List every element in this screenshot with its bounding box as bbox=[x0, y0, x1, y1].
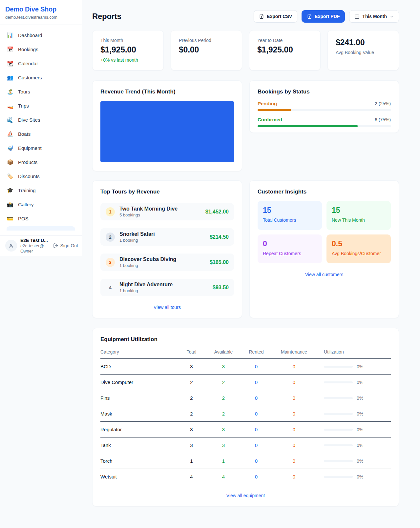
equipment-utilization-cell: 0% bbox=[315, 427, 391, 432]
equipment-available: 4 bbox=[207, 474, 240, 479]
sign-out-label: Sign Out bbox=[60, 243, 78, 248]
sidebar-item-boats[interactable]: ⛵ Boats bbox=[3, 128, 78, 140]
status-count: 2 (25%) bbox=[375, 101, 391, 106]
top-tours-card: Top Tours by Revenue 1 Two Tank Morning … bbox=[92, 180, 242, 318]
sidebar-item-label: Tours bbox=[18, 89, 30, 94]
stat-label: Previous Period bbox=[179, 38, 234, 43]
shop-name: Demo Dive Shop bbox=[5, 6, 76, 13]
table-row: Dive Computer 2 2 0 0 0% bbox=[100, 375, 391, 390]
user-meta: E2E Test U... e2e-tester@... Owner bbox=[20, 238, 50, 254]
calendar-icon: 📆 bbox=[7, 60, 14, 67]
sidebar-item-products[interactable]: 📦 Products bbox=[3, 156, 78, 169]
table-row: Mask 2 2 0 0 0% bbox=[100, 406, 391, 422]
sign-out-button[interactable]: Sign Out bbox=[53, 243, 78, 248]
tour-name: Night Dive Adventure bbox=[119, 282, 208, 288]
sidebar-item-customers[interactable]: 👥 Customers bbox=[3, 71, 78, 84]
sidebar-item-bookings[interactable]: 📅 Bookings bbox=[3, 43, 78, 56]
file-download-icon bbox=[307, 14, 312, 19]
utilization-percent: 0% bbox=[357, 474, 363, 479]
equipment-utilization-cell: 0% bbox=[315, 396, 391, 401]
stat-label: Year to Date bbox=[257, 38, 312, 43]
equipment-utilization-cell: 0% bbox=[315, 443, 391, 448]
equipment-maintenance: 0 bbox=[273, 379, 315, 385]
sidebar-item-label: Equipment bbox=[18, 145, 42, 151]
period-dropdown[interactable]: This Month bbox=[349, 10, 399, 23]
stat-card-avg-booking-value: $241.00 Avg Booking Value bbox=[327, 30, 399, 71]
status-count: 6 (75%) bbox=[375, 117, 391, 122]
column-header-rented: Rented bbox=[240, 349, 273, 355]
reports-page: Demo Dive Shop demo.test.divestreams.com… bbox=[0, 0, 420, 528]
calendar-icon bbox=[354, 14, 360, 19]
equipment-available: 3 bbox=[207, 364, 240, 369]
equipment-rented: 0 bbox=[240, 427, 273, 432]
tile-value: 15 bbox=[332, 206, 386, 215]
column-header-total: Total bbox=[176, 349, 207, 355]
graduation-cap-icon: 🎓 bbox=[7, 187, 14, 193]
equipment-rented: 0 bbox=[240, 364, 273, 369]
island-icon: 🏝️ bbox=[7, 89, 14, 95]
sidebar-item-equipment[interactable]: 🤿 Equipment bbox=[3, 142, 78, 154]
sidebar-item-label: Discounts bbox=[18, 173, 40, 179]
stat-value: $0.00 bbox=[179, 45, 234, 54]
view-all-customers-link[interactable]: View all customers bbox=[258, 272, 391, 277]
table-row: Torch 1 1 0 0 0% bbox=[100, 453, 391, 469]
dashboard-icon: 📊 bbox=[7, 32, 14, 38]
revenue-trend-bar bbox=[100, 101, 234, 162]
sidebar-item-reports-active-clipped[interactable] bbox=[7, 226, 75, 231]
sidebar-item-label: POS bbox=[18, 216, 29, 221]
column-header-category: Category bbox=[100, 349, 176, 355]
sidebar-item-label: Trips bbox=[18, 103, 29, 109]
user-name: E2E Test U... bbox=[20, 238, 50, 243]
header-actions: Export CSV Export PDF This Month bbox=[254, 10, 399, 23]
sidebar-item-gallery[interactable]: 📸 Gallery bbox=[3, 198, 78, 211]
tile-label: New This Month bbox=[332, 217, 386, 223]
sidebar-item-label: Bookings bbox=[18, 47, 38, 52]
status-label: Confirmed bbox=[258, 117, 282, 122]
tour-name: Two Tank Morning Dive bbox=[119, 206, 201, 212]
stat-trend-note: +0% vs last month bbox=[100, 57, 156, 63]
utilization-percent: 0% bbox=[357, 396, 363, 401]
utilization-bar-track bbox=[324, 460, 353, 462]
sidebar-item-tours[interactable]: 🏝️ Tours bbox=[3, 85, 78, 98]
main-content: Reports Export CSV Export PDF bbox=[92, 0, 399, 506]
equipment-utilization-card: Equipment Utilization Category Total Ava… bbox=[92, 328, 399, 506]
tile-label: Repeat Customers bbox=[263, 251, 317, 256]
export-csv-button[interactable]: Export CSV bbox=[254, 10, 297, 23]
sidebar-item-training[interactable]: 🎓 Training bbox=[3, 184, 78, 197]
column-header-maintenance: Maintenance bbox=[273, 349, 315, 355]
sidebar-item-discounts[interactable]: 🏷️ Discounts bbox=[3, 170, 78, 183]
table-row: Wetsuit 4 4 0 0 0% bbox=[100, 469, 391, 484]
revenue-trend-card: Revenue Trend (This Month) bbox=[92, 80, 242, 171]
tile-avg-bookings-per-customer: 0.5 Avg Bookings/Customer bbox=[326, 234, 391, 263]
equipment-rented: 0 bbox=[240, 395, 273, 401]
sidebar-item-label: Dive Sites bbox=[18, 117, 40, 123]
utilization-bar-track bbox=[324, 476, 353, 478]
utilization-bar-track bbox=[324, 366, 353, 368]
utilization-percent: 0% bbox=[357, 443, 363, 448]
period-label: This Month bbox=[362, 14, 387, 19]
utilization-percent: 0% bbox=[357, 380, 363, 385]
equipment-category: Wetsuit bbox=[100, 474, 176, 479]
sidebar-item-label: Customers bbox=[18, 75, 42, 80]
sidebar-item-pos[interactable]: 💳 POS bbox=[3, 212, 78, 225]
equipment-available: 3 bbox=[207, 442, 240, 448]
sidebar-item-dashboard[interactable]: 📊 Dashboard bbox=[3, 29, 78, 42]
equipment-category: Dive Computer bbox=[100, 379, 176, 385]
page-title: Reports bbox=[92, 12, 121, 21]
view-all-equipment-link[interactable]: View all equipment bbox=[100, 493, 391, 498]
sidebar-item-calendar[interactable]: 📆 Calendar bbox=[3, 57, 78, 70]
avatar bbox=[5, 240, 17, 252]
sidebar-item-label: Dashboard bbox=[18, 32, 42, 38]
sidebar-item-trips[interactable]: 🚤 Trips bbox=[3, 99, 78, 112]
equipment-maintenance: 0 bbox=[273, 395, 315, 401]
tour-revenue: $165.00 bbox=[210, 259, 229, 265]
export-pdf-button[interactable]: Export PDF bbox=[302, 10, 345, 23]
credit-card-icon: 💳 bbox=[7, 215, 14, 222]
page-header: Reports Export CSV Export PDF bbox=[92, 10, 399, 23]
view-all-tours-link[interactable]: View all tours bbox=[100, 305, 234, 310]
sidebar-item-dive-sites[interactable]: 🌊 Dive Sites bbox=[3, 113, 78, 126]
status-label: Pending bbox=[258, 101, 277, 106]
person-icon bbox=[9, 243, 14, 248]
wave-icon: 🌊 bbox=[7, 117, 14, 123]
utilization-percent: 0% bbox=[357, 364, 363, 369]
